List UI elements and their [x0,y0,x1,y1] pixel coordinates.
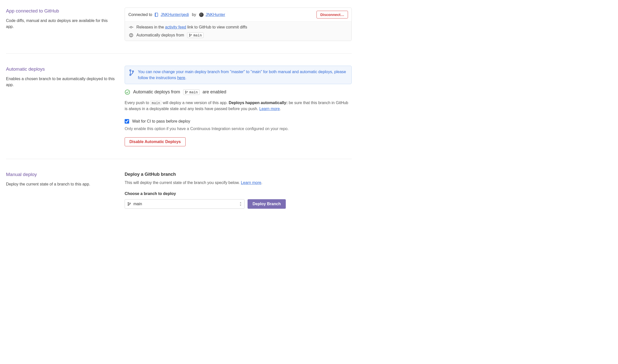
auto-from-text: Automatically deploys from [136,32,184,38]
banner-text: You can now change your main deploy bran… [138,69,347,81]
disconnect-button[interactable]: Disconnect… [316,11,348,18]
manual-sub-heading: Deploy a GitHub branch [125,171,352,178]
info-banner: You can now change your main deploy bran… [125,66,352,84]
svg-point-11 [132,71,134,72]
svg-point-16 [128,202,129,203]
connected-card: Connected to JNKHunter/gedi by JNKHunter… [125,7,352,41]
connected-description: Code diffs, manual and auto deploys are … [6,18,115,30]
repo-link[interactable]: JNKHunter/gedi [161,12,189,18]
connected-title: App connected to GitHub [6,7,115,15]
selected-branch: main [133,201,142,207]
svg-point-2 [130,26,132,28]
branch-icon [127,202,131,206]
sync-icon [129,33,133,37]
svg-point-17 [128,205,129,206]
svg-point-9 [130,70,131,71]
owner-link[interactable]: JNKHunter [206,12,225,18]
svg-point-12 [125,90,130,94]
ci-note: Only enable this option if you have a Co… [125,126,352,132]
auto-learn-more-link[interactable]: Learn more [259,107,280,111]
branch-chip: main [187,32,204,38]
auto-title: Automatic deploys [6,66,115,73]
chevron-updown-icon [239,202,242,206]
branch-select[interactable]: main [125,199,245,209]
status-branch-chip: main [183,89,200,95]
auto-status-post: are enabled [203,89,226,95]
svg-point-5 [129,33,133,37]
branch-icon [129,69,134,81]
manual-sub-desc: This will deploy the current state of th… [125,180,352,186]
banner-here-link[interactable]: here [177,76,185,80]
manual-title: Manual deploy [6,171,115,178]
connected-to-label: Connected to [128,12,152,18]
by-label: by [192,12,196,18]
check-circle-icon [125,89,130,95]
para-branch-chip: main [150,101,162,105]
svg-point-8 [191,34,192,35]
svg-point-15 [187,91,188,92]
svg-point-14 [185,93,186,93]
wait-for-ci-checkbox[interactable] [125,119,129,124]
svg-point-7 [189,36,190,36]
manual-description: Deploy the current state of a branch to … [6,181,115,187]
avatar [199,12,204,17]
deploy-branch-button[interactable]: Deploy Branch [248,199,286,209]
choose-branch-label: Choose a branch to deploy [125,191,352,197]
svg-point-6 [189,34,190,35]
svg-point-13 [185,91,186,91]
svg-point-10 [130,74,131,76]
svg-point-18 [130,203,131,204]
auto-description: Enables a chosen branch to be automatica… [6,76,115,88]
activity-feed-link[interactable]: activity feed [165,25,186,29]
disable-auto-deploys-button[interactable]: Disable Automatic Deploys [125,137,186,146]
manual-learn-more-link[interactable]: Learn more [241,181,261,185]
commit-icon [129,25,133,29]
auto-paragraph: Every push to main will deploy a new ver… [125,100,352,112]
wait-for-ci-label: Wait for CI to pass before deploy [132,118,190,124]
releases-text: Releases in the activity feed link to Gi… [136,24,247,30]
auto-status-pre: Automatic deploys from [133,89,180,95]
repo-icon [154,12,159,17]
svg-rect-0 [155,13,158,16]
